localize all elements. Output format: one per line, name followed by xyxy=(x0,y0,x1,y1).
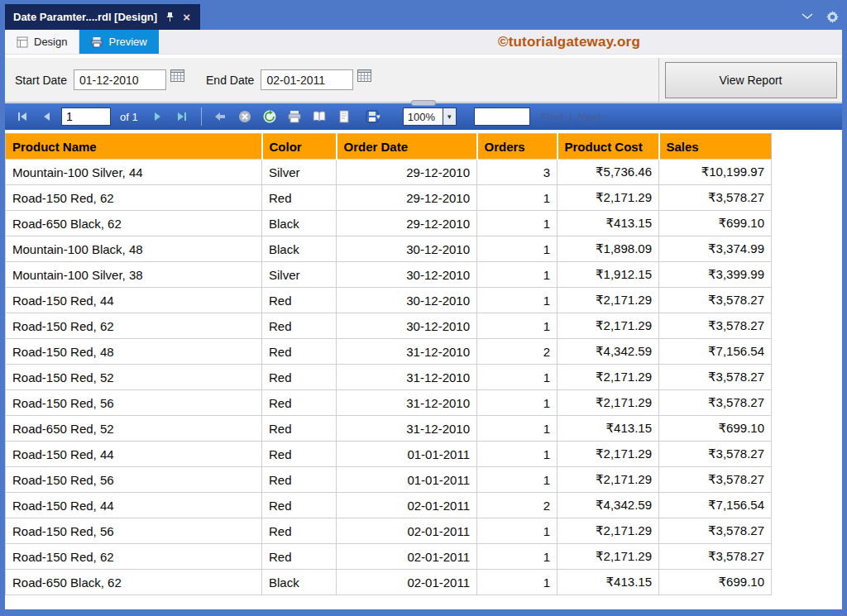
refresh-button[interactable] xyxy=(260,107,280,127)
document-title: Date Paramter....rdl [Design] xyxy=(13,11,157,23)
table-cell: ₹1,912.15 xyxy=(557,262,659,288)
table-cell: 1 xyxy=(477,544,557,570)
next-page-button[interactable] xyxy=(147,107,168,127)
table-cell: 02-01-2011 xyxy=(337,518,477,544)
table-cell: Road-650 Black, 62 xyxy=(6,211,262,236)
table-cell: 30-12-2010 xyxy=(337,288,477,313)
table-cell: Road-150 Red, 56 xyxy=(6,518,262,544)
print-button[interactable] xyxy=(285,107,305,127)
table-cell: 02-01-2011 xyxy=(337,493,477,518)
table-cell: 30-12-2010 xyxy=(337,313,477,339)
table-cell: Red xyxy=(262,339,337,365)
table-row: Road-650 Black, 62Black02-01-20111₹413.1… xyxy=(6,570,772,595)
table-row: Road-150 Red, 52Red31-12-20101₹2,171.29₹… xyxy=(6,365,772,390)
view-report-button[interactable]: View Report xyxy=(665,62,837,98)
calendar-icon xyxy=(357,69,371,82)
find-link[interactable]: Find xyxy=(541,111,563,123)
report-toolbar: of 1 xyxy=(5,103,842,130)
find-input[interactable] xyxy=(474,107,530,126)
table-cell: ₹2,171.29 xyxy=(557,288,659,313)
page-setup-icon xyxy=(337,110,351,123)
table-cell: ₹699.10 xyxy=(659,416,772,442)
table-cell: Black xyxy=(262,211,337,236)
end-date-input[interactable] xyxy=(261,69,353,90)
table-cell: ₹2,171.29 xyxy=(557,390,659,416)
table-cell: 1 xyxy=(477,390,557,416)
table-row: Road-150 Red, 62Red30-12-20101₹2,171.29₹… xyxy=(6,313,772,339)
table-cell: Silver xyxy=(262,160,337,185)
end-date-label: End Date xyxy=(206,74,254,87)
close-icon[interactable]: × xyxy=(183,11,190,23)
table-cell: Red xyxy=(262,365,337,390)
table-cell: Red xyxy=(262,313,337,339)
table-cell: Mountain-100 Silver, 38 xyxy=(6,262,262,288)
table-cell: ₹3,578.27 xyxy=(659,518,772,544)
table-row: Road-150 Red, 56Red02-01-20111₹2,171.29₹… xyxy=(6,518,772,544)
table-cell: ₹4,342.59 xyxy=(557,493,659,518)
table-cell: 02-01-2011 xyxy=(337,570,477,595)
stop-button[interactable] xyxy=(235,107,256,127)
table-cell: Black xyxy=(262,236,337,262)
find-controls: Find | Next xyxy=(541,111,601,123)
table-cell: ₹699.10 xyxy=(659,570,772,595)
document-tab[interactable]: Date Paramter....rdl [Design] × xyxy=(5,4,200,30)
splitter-grip[interactable] xyxy=(411,100,436,106)
table-row: Mountain-100 Black, 48Black30-12-20101₹1… xyxy=(6,236,772,262)
table-cell: Red xyxy=(262,390,337,416)
zoom-value: 100% xyxy=(403,107,443,126)
zoom-select[interactable]: 100% ▾ xyxy=(403,107,457,126)
table-cell: Road-150 Red, 56 xyxy=(6,467,262,493)
print-layout-button[interactable] xyxy=(309,107,330,127)
export-button[interactable]: ▾ xyxy=(359,107,387,127)
start-date-calendar-button[interactable] xyxy=(170,69,184,82)
design-icon xyxy=(17,36,28,48)
zoom-dropdown-arrow: ▾ xyxy=(443,107,457,126)
page-number-input[interactable] xyxy=(61,107,111,126)
toolbar-separator xyxy=(201,107,202,126)
tab-design[interactable]: Design xyxy=(5,30,79,54)
page-count-label: of 1 xyxy=(120,111,138,123)
table-cell: ₹3,578.27 xyxy=(659,544,772,570)
start-date-input[interactable] xyxy=(74,69,166,90)
table-cell: Road-150 Red, 62 xyxy=(6,544,262,570)
chevron-down-icon[interactable] xyxy=(802,13,813,20)
end-date-calendar-button[interactable] xyxy=(357,69,371,82)
header-product-name: Product Name xyxy=(6,134,262,160)
tab-strip: Design Preview ©tutorialgateway.org xyxy=(5,30,842,55)
table-cell: 1 xyxy=(477,467,557,493)
table-cell: Red xyxy=(262,442,337,467)
table-cell: Road-150 Red, 44 xyxy=(6,493,262,518)
table-cell: 30-12-2010 xyxy=(337,236,477,262)
table-cell: 29-12-2010 xyxy=(337,185,477,211)
report-viewport: Product Name Color Order Date Orders Pro… xyxy=(5,130,842,609)
table-cell: ₹1,898.09 xyxy=(557,236,659,262)
table-cell: ₹3,578.27 xyxy=(659,442,772,467)
pin-icon[interactable] xyxy=(165,12,175,22)
find-next-separator: | xyxy=(569,111,572,123)
page-setup-button[interactable] xyxy=(334,107,355,127)
table-row: Road-150 Red, 44Red30-12-20101₹2,171.29₹… xyxy=(6,288,772,313)
table-cell: ₹7,156.54 xyxy=(659,493,772,518)
table-cell: 29-12-2010 xyxy=(337,160,477,185)
table-cell: 02-01-2011 xyxy=(337,544,477,570)
table-cell: 29-12-2010 xyxy=(337,211,477,236)
table-cell: 01-01-2011 xyxy=(337,442,477,467)
gear-icon[interactable] xyxy=(826,11,839,23)
table-cell: Mountain-100 Black, 48 xyxy=(6,236,262,262)
table-cell: ₹413.15 xyxy=(557,211,659,236)
back-arrow-icon xyxy=(213,110,227,123)
table-cell: 1 xyxy=(477,211,557,236)
table-cell: 1 xyxy=(477,416,557,442)
table-row: Road-150 Red, 56Red01-01-20111₹2,171.29₹… xyxy=(6,467,772,493)
tab-preview[interactable]: Preview xyxy=(79,30,158,54)
table-cell: Red xyxy=(262,544,337,570)
next-link[interactable]: Next xyxy=(578,111,601,123)
back-to-parent-button[interactable] xyxy=(210,107,231,127)
first-page-button[interactable] xyxy=(12,107,32,127)
previous-page-button[interactable] xyxy=(36,107,57,127)
header-sales: Sales xyxy=(659,134,772,160)
start-date-label: Start Date xyxy=(15,74,67,87)
last-page-button[interactable] xyxy=(172,107,193,127)
table-row: Road-150 Red, 48Red31-12-20102₹4,342.59₹… xyxy=(6,339,772,365)
table-cell: 2 xyxy=(477,339,557,365)
